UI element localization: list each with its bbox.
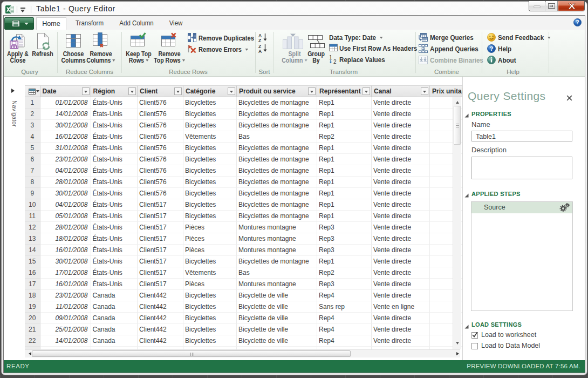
svg-text:?: ? [576, 19, 579, 25]
svg-text:A: A [258, 49, 262, 53]
svg-text:2: 2 [333, 59, 337, 64]
svg-text:Z: Z [258, 38, 261, 43]
svg-text:1: 1 [329, 55, 332, 60]
svg-text:?: ? [490, 45, 494, 52]
